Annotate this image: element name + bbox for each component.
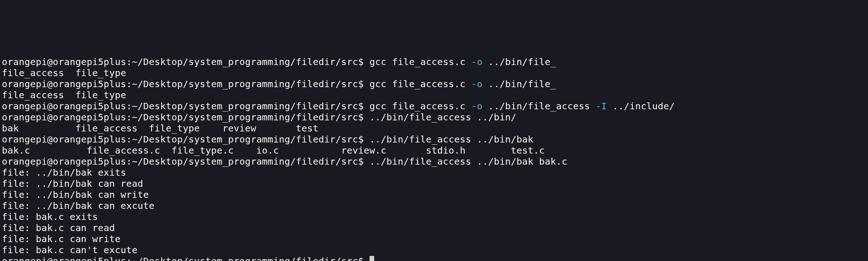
terminal-command-line: orangepi@orangepi5plus:~/Desktop/system_… [2, 156, 866, 167]
output-text: file: bak.c can write [2, 233, 121, 244]
terminal-output-line: file: ../bin/bak exits [2, 167, 866, 178]
prompt-path: ~/Desktop/system_programming/filedir/src [132, 101, 358, 112]
prompt-at: @ [47, 134, 53, 145]
prompt-path: ~/Desktop/system_programming/filedir/src [132, 78, 358, 89]
prompt-at: @ [47, 78, 53, 89]
command-text[interactable]: gcc file_access.c -o ../bin/file_ [370, 56, 556, 67]
command-segment: ../include/ [607, 101, 675, 112]
prompt-path: ~/Desktop/system_programming/filedir/src [132, 112, 358, 123]
terminal-command-line: orangepi@orangepi5plus:~/Desktop/system_… [2, 112, 866, 123]
terminal-command-line: orangepi@orangepi5plus:~/Desktop/system_… [2, 255, 866, 261]
output-text: file_access file_type [2, 67, 138, 78]
prompt-path: ~/Desktop/system_programming/filedir/src [132, 56, 358, 67]
prompt-user: orangepi [2, 134, 47, 145]
command-flag: -o [471, 78, 482, 89]
terminal-command-line: orangepi@orangepi5plus:~/Desktop/system_… [2, 56, 866, 67]
prompt-at: @ [47, 112, 53, 123]
prompt-user: orangepi [2, 78, 47, 89]
shell-prompt: orangepi@orangepi5plus:~/Desktop/system_… [2, 255, 370, 261]
shell-prompt: orangepi@orangepi5plus:~/Desktop/system_… [2, 101, 370, 112]
prompt-host: orangepi5plus [53, 78, 126, 89]
output-text: file: ../bin/bak can excute [2, 200, 155, 211]
terminal-output-line: file: ../bin/bak can write [2, 189, 866, 200]
prompt-path: ~/Desktop/system_programming/filedir/src [132, 255, 358, 261]
prompt-host: orangepi5plus [53, 156, 126, 167]
prompt-symbol: $ [358, 112, 369, 123]
terminal[interactable]: orangepi@orangepi5plus:~/Desktop/system_… [0, 55, 868, 261]
command-flag: -I [595, 101, 607, 112]
output-text: file: bak.c exits [2, 211, 98, 222]
shell-prompt: orangepi@orangepi5plus:~/Desktop/system_… [2, 56, 370, 67]
command-text[interactable]: ../bin/file_access ../bin/bak bak.c [370, 156, 567, 167]
prompt-user: orangepi [2, 112, 47, 123]
shell-prompt: orangepi@orangepi5plus:~/Desktop/system_… [2, 156, 370, 167]
prompt-host: orangepi5plus [53, 112, 126, 123]
command-segment: ../bin/file_access ../bin/bak bak.c [370, 156, 567, 167]
terminal-output-line: file: bak.c can't excute [2, 244, 866, 255]
command-text[interactable]: ../bin/file_access ../bin/ [370, 112, 516, 123]
terminal-output-line: file: bak.c can write [2, 233, 866, 244]
output-text: bak file_access file_type review test [2, 123, 370, 134]
terminal-command-line: orangepi@orangepi5plus:~/Desktop/system_… [2, 78, 866, 89]
output-text: file: ../bin/bak can read [2, 178, 143, 189]
prompt-symbol: $ [358, 255, 369, 261]
command-flag: -o [471, 56, 482, 67]
shell-prompt: orangepi@orangepi5plus:~/Desktop/system_… [2, 78, 370, 89]
prompt-symbol: $ [358, 134, 369, 145]
terminal-command-line: orangepi@orangepi5plus:~/Desktop/system_… [2, 101, 866, 112]
prompt-at: @ [47, 101, 53, 112]
terminal-output-line: file_access file_type [2, 67, 866, 78]
terminal-output-line: file: ../bin/bak can excute [2, 200, 866, 211]
prompt-user: orangepi [2, 101, 47, 112]
prompt-symbol: $ [358, 56, 369, 67]
prompt-at: @ [47, 56, 53, 67]
prompt-host: orangepi5plus [53, 255, 126, 261]
command-segment: gcc file_access.c [370, 56, 471, 67]
terminal-output-line: bak file_access file_type review test [2, 123, 866, 134]
output-text: file: ../bin/bak exits [2, 167, 126, 178]
prompt-host: orangepi5plus [53, 134, 126, 145]
terminal-output-line: file: bak.c can read [2, 222, 866, 233]
output-text: file: bak.c can't excute [2, 244, 138, 255]
prompt-user: orangepi [2, 255, 47, 261]
prompt-path: ~/Desktop/system_programming/filedir/src [132, 156, 358, 167]
output-text: bak.c file_access.c file_type.c io.c rev… [2, 145, 595, 156]
prompt-symbol: $ [358, 156, 369, 167]
cursor-icon [370, 256, 374, 261]
prompt-symbol: $ [358, 78, 369, 89]
command-segment: gcc file_access.c [370, 78, 471, 89]
terminal-output-line: file: bak.c exits [2, 211, 866, 222]
prompt-symbol: $ [358, 101, 369, 112]
command-flag: -o [471, 101, 482, 112]
command-segment: gcc file_access.c [370, 101, 471, 112]
terminal-command-line: orangepi@orangepi5plus:~/Desktop/system_… [2, 134, 866, 145]
terminal-output-line: file: ../bin/bak can read [2, 178, 866, 189]
command-segment: ../bin/file_access [483, 101, 596, 112]
command-segment: ../bin/file_access ../bin/bak [370, 134, 534, 145]
prompt-at: @ [47, 255, 53, 261]
prompt-host: orangepi5plus [53, 101, 126, 112]
prompt-user: orangepi [2, 156, 47, 167]
prompt-user: orangepi [2, 56, 47, 67]
terminal-output-line: file_access file_type [2, 89, 866, 101]
prompt-path: ~/Desktop/system_programming/filedir/src [132, 134, 358, 145]
command-segment: ../bin/file_ [483, 56, 556, 67]
terminal-output-line: bak.c file_access.c file_type.c io.c rev… [2, 145, 866, 156]
command-text[interactable]: gcc file_access.c -o ../bin/file_ [370, 78, 556, 89]
command-text[interactable]: ../bin/file_access ../bin/bak [370, 134, 534, 145]
prompt-host: orangepi5plus [53, 56, 126, 67]
prompt-at: @ [47, 156, 53, 167]
output-text: file: bak.c can read [2, 222, 115, 233]
output-text: file_access file_type [2, 89, 138, 101]
command-segment: ../bin/file_ [483, 78, 556, 89]
shell-prompt: orangepi@orangepi5plus:~/Desktop/system_… [2, 134, 370, 145]
command-text[interactable]: gcc file_access.c -o ../bin/file_access … [370, 101, 675, 112]
output-text: file: ../bin/bak can write [2, 189, 149, 200]
command-segment: ../bin/file_access ../bin/ [370, 112, 516, 123]
shell-prompt: orangepi@orangepi5plus:~/Desktop/system_… [2, 112, 370, 123]
